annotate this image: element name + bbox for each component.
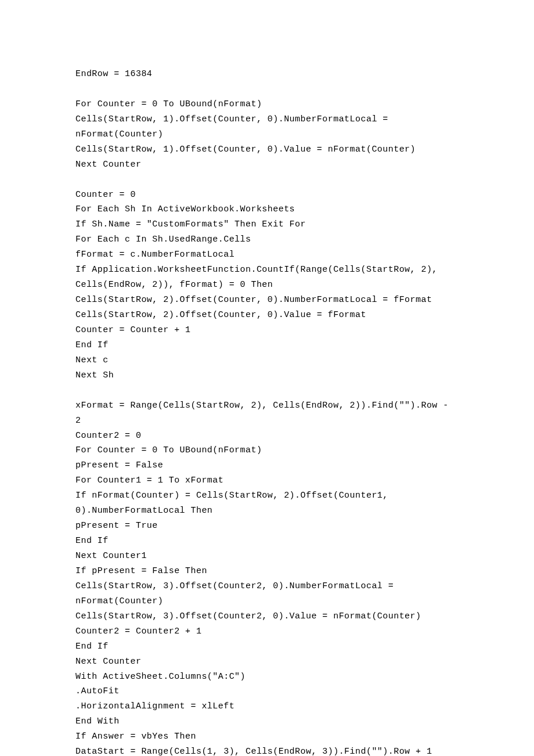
- code-block: EndRow = 16384 For Counter = 0 To UBound…: [0, 0, 534, 756]
